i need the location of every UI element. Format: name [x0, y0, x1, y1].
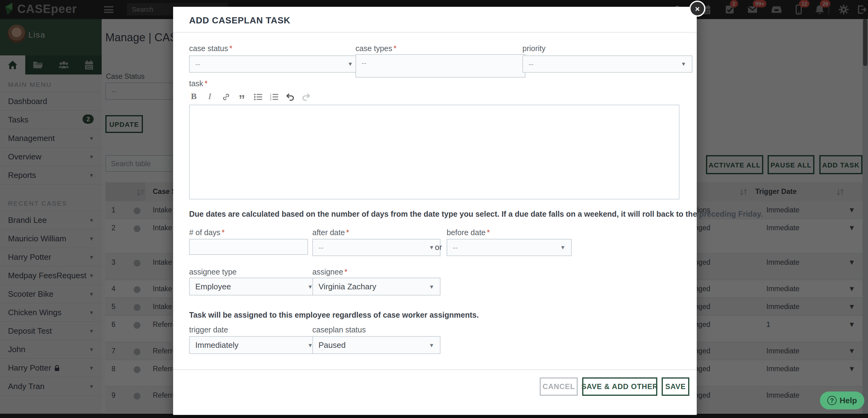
help-button[interactable]: ? Help — [820, 391, 864, 409]
case-status-value: -- — [195, 60, 347, 68]
save-button[interactable]: SAVE — [662, 377, 689, 396]
after-date-value: -- — [318, 243, 429, 252]
assignee-select[interactable]: Virginia Zachary ▼ — [312, 278, 440, 295]
help-label: Help — [840, 396, 857, 405]
priority-select[interactable]: -- ▼ — [522, 55, 692, 73]
required-asterisk: * — [229, 44, 232, 53]
required-asterisk: * — [394, 44, 397, 53]
required-asterisk: * — [221, 228, 224, 237]
close-icon[interactable]: × — [689, 1, 705, 17]
save-add-other-button[interactable]: SAVE & ADD OTHER — [582, 377, 657, 396]
trigger-date-value: Immediately — [195, 341, 307, 350]
assignee-type-label: assignee type — [189, 268, 237, 277]
caseplan-status-value: Paused — [318, 341, 429, 350]
case-status-select[interactable]: -- ▼ — [189, 55, 359, 73]
assignee-note: Task will be assigned to this employee r… — [189, 311, 479, 320]
app-window: CASEpeer 2 99+ 12 26 — [0, 0, 868, 418]
add-caseplan-task-modal: × ADD CASEPLAN TASK case status* case ty… — [173, 7, 697, 415]
task-label: task* — [189, 79, 208, 88]
required-asterisk: * — [344, 268, 347, 277]
priority-value: -- — [529, 60, 681, 68]
before-date-label: before date* — [446, 228, 490, 237]
caseplan-status-select[interactable]: Paused ▼ — [312, 336, 440, 354]
task-text-editor[interactable] — [189, 105, 680, 199]
numbered-list-icon[interactable]: 123 — [269, 92, 278, 102]
or-label: or — [435, 243, 442, 252]
priority-label: priority — [522, 44, 546, 53]
due-dates-note: Due dates are calculated based on the nu… — [189, 210, 763, 219]
cancel-button[interactable]: CANCEL — [540, 377, 578, 396]
caseplan-status-label: caseplan status — [312, 326, 366, 334]
trigger-date-label: trigger date — [189, 326, 228, 334]
italic-icon[interactable]: I — [205, 92, 214, 102]
before-date-value: -- — [453, 243, 560, 252]
editor-toolbar: B I ” 123 — [189, 91, 310, 103]
case-types-label: case types* — [355, 44, 396, 53]
select-caret-icon: ▼ — [429, 245, 434, 251]
case-status-label: case status* — [189, 44, 232, 53]
before-date-select[interactable]: -- ▼ — [446, 239, 572, 256]
link-icon[interactable] — [221, 92, 230, 102]
select-caret-icon: ▼ — [347, 61, 353, 67]
modal-header-divider — [173, 32, 697, 33]
modal-title: ADD CASEPLAN TASK — [189, 15, 290, 25]
blockquote-icon[interactable]: ” — [237, 89, 246, 104]
select-caret-icon: ▼ — [681, 61, 686, 67]
select-caret-icon: ▼ — [560, 245, 565, 251]
select-caret-icon: ▼ — [429, 342, 434, 348]
bullet-list-icon[interactable] — [253, 92, 262, 102]
modal-footer-divider — [173, 369, 697, 370]
days-label: # of days* — [189, 228, 224, 237]
bold-icon[interactable]: B — [189, 92, 198, 102]
case-types-multiselect[interactable]: -- — [355, 54, 525, 77]
svg-text:3: 3 — [270, 98, 271, 101]
required-asterisk: * — [205, 79, 208, 88]
required-asterisk: * — [346, 228, 349, 237]
after-date-select[interactable]: -- ▼ — [312, 239, 440, 256]
redo-icon[interactable] — [301, 92, 310, 102]
select-caret-icon: ▼ — [429, 284, 434, 290]
assignee-type-value: Employee — [195, 282, 307, 291]
trigger-date-select[interactable]: Immediately ▼ — [189, 336, 319, 354]
assignee-type-select[interactable]: Employee ▼ — [189, 278, 319, 295]
days-input[interactable] — [189, 239, 308, 255]
case-types-value: -- — [362, 59, 519, 67]
question-icon: ? — [827, 396, 837, 405]
assignee-value: Virginia Zachary — [318, 282, 429, 291]
assignee-label: assignee* — [312, 268, 347, 277]
undo-icon[interactable] — [285, 92, 294, 102]
after-date-label: after date* — [312, 228, 349, 237]
required-asterisk: * — [487, 228, 490, 237]
